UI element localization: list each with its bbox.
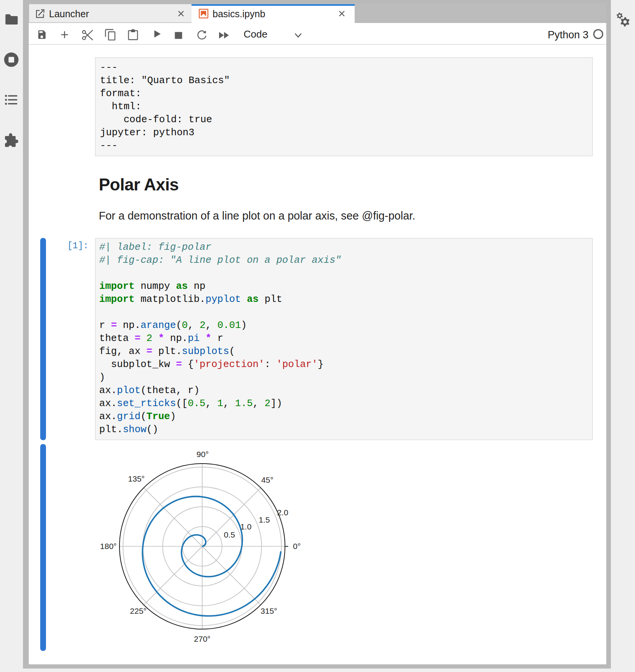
svg-text:0°: 0° (293, 542, 301, 551)
svg-text:1.0: 1.0 (240, 522, 251, 531)
svg-text:180°: 180° (100, 542, 116, 551)
svg-text:0.5: 0.5 (224, 530, 235, 539)
svg-text:270°: 270° (194, 634, 210, 643)
svg-text:225°: 225° (130, 606, 146, 615)
svg-text:135°: 135° (128, 474, 144, 483)
svg-text:90°: 90° (196, 450, 209, 459)
svg-text:2.0: 2.0 (277, 508, 288, 517)
svg-text:1.5: 1.5 (259, 515, 270, 524)
svg-text:315°: 315° (260, 606, 277, 615)
svg-text:45°: 45° (261, 475, 273, 484)
